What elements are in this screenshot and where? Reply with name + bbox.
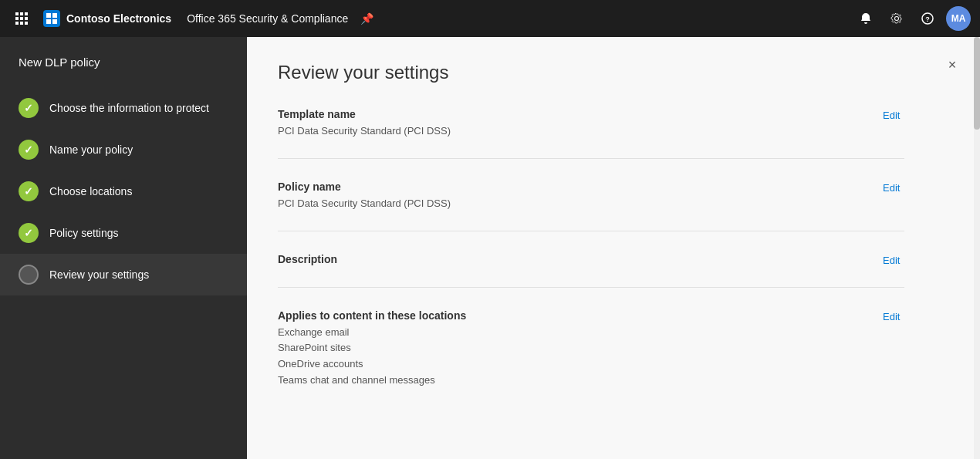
suite-name: Office 365 Security & Compliance (187, 12, 348, 25)
content-inner: Review your settings Template name PCI D… (247, 37, 941, 454)
page-title: Review your settings (278, 62, 904, 83)
sidebar: New DLP policy ✓ Choose the information … (0, 37, 247, 459)
svg-rect-11 (46, 19, 51, 24)
template-name-section: Template name PCI Data Security Standard… (278, 108, 904, 159)
svg-rect-12 (52, 19, 57, 24)
svg-rect-3 (15, 17, 19, 20)
settings-icon[interactable] (884, 6, 909, 31)
policy-name-section: Policy name PCI Data Security Standard (… (278, 181, 904, 231)
locations-section: Applies to content in these locations Ex… (278, 309, 904, 407)
step1-label: Choose the information to protect (49, 102, 209, 114)
svg-text:?: ? (925, 15, 930, 23)
sidebar-item-step2[interactable]: ✓ Name your policy (0, 129, 247, 170)
description-label: Description (278, 253, 867, 265)
policy-name-value: PCI Data Security Standard (PCI DSS) (278, 196, 867, 212)
location-sharepoint: SharePoint sites (278, 340, 867, 356)
app-name: Contoso Electronics (66, 12, 171, 25)
location-onedrive: OneDrive accounts (278, 356, 867, 373)
sidebar-item-step3[interactable]: ✓ Choose locations (0, 170, 247, 212)
scrollbar-thumb[interactable] (974, 37, 980, 130)
policy-name-label: Policy name (278, 181, 867, 193)
waffle-icon[interactable] (9, 6, 34, 31)
sidebar-title: New DLP policy (0, 56, 247, 87)
location-exchange: Exchange email (278, 325, 867, 341)
notifications-icon[interactable] (853, 6, 878, 31)
sidebar-item-step4[interactable]: ✓ Policy settings (0, 212, 247, 254)
svg-rect-6 (15, 22, 19, 25)
step1-status-icon: ✓ (19, 98, 39, 118)
step3-label: Choose locations (49, 185, 132, 197)
policy-name-row: Policy name PCI Data Security Standard (… (278, 181, 904, 212)
step2-label: Name your policy (49, 143, 133, 156)
location-teams: Teams chat and channel messages (278, 373, 867, 389)
topbar-actions: ? MA (853, 6, 971, 31)
template-name-edit[interactable]: Edit (883, 110, 904, 121)
topbar: Contoso Electronics Office 365 Security … (0, 0, 980, 37)
sidebar-item-step5[interactable]: Review your settings (0, 254, 247, 295)
pin-icon[interactable]: 📌 (360, 12, 373, 25)
avatar[interactable]: MA (946, 6, 971, 31)
template-name-row: Template name PCI Data Security Standard… (278, 108, 904, 140)
scrollbar-track[interactable] (974, 37, 980, 459)
policy-name-edit[interactable]: Edit (883, 182, 904, 194)
description-section: Description Edit (278, 253, 904, 288)
step5-status-icon (19, 265, 39, 285)
step3-status-icon: ✓ (19, 181, 39, 201)
step2-status-icon: ✓ (19, 140, 39, 160)
locations-content: Applies to content in these locations Ex… (278, 309, 867, 389)
sidebar-item-step1[interactable]: ✓ Choose the information to protect (0, 87, 247, 129)
app-logo[interactable]: Contoso Electronics (43, 10, 171, 27)
svg-rect-1 (20, 12, 23, 15)
description-content: Description (278, 253, 867, 268)
template-name-label: Template name (278, 108, 867, 120)
svg-rect-4 (20, 17, 23, 20)
svg-rect-2 (25, 12, 28, 15)
svg-rect-9 (46, 13, 51, 18)
locations-label: Applies to content in these locations (278, 309, 867, 322)
svg-rect-5 (25, 17, 28, 20)
description-edit[interactable]: Edit (883, 255, 904, 266)
logo-icon (43, 10, 60, 27)
locations-values: Exchange email SharePoint sites OneDrive… (278, 325, 867, 389)
template-name-content: Template name PCI Data Security Standard… (278, 108, 867, 140)
content-area: × Review your settings Template name PCI… (247, 37, 980, 459)
help-icon[interactable]: ? (915, 6, 940, 31)
svg-rect-0 (15, 12, 19, 15)
svg-rect-7 (20, 22, 23, 25)
description-row: Description Edit (278, 253, 904, 268)
close-button[interactable]: × (940, 52, 965, 77)
svg-rect-8 (25, 22, 28, 25)
locations-row: Applies to content in these locations Ex… (278, 309, 904, 389)
main-layout: New DLP policy ✓ Choose the information … (0, 37, 980, 459)
locations-edit[interactable]: Edit (883, 311, 904, 322)
template-name-value: PCI Data Security Standard (PCI DSS) (278, 123, 867, 140)
policy-name-content: Policy name PCI Data Security Standard (… (278, 181, 867, 212)
svg-rect-10 (52, 13, 57, 18)
step5-label: Review your settings (49, 268, 149, 281)
step4-label: Policy settings (49, 227, 118, 239)
step4-status-icon: ✓ (19, 223, 39, 243)
